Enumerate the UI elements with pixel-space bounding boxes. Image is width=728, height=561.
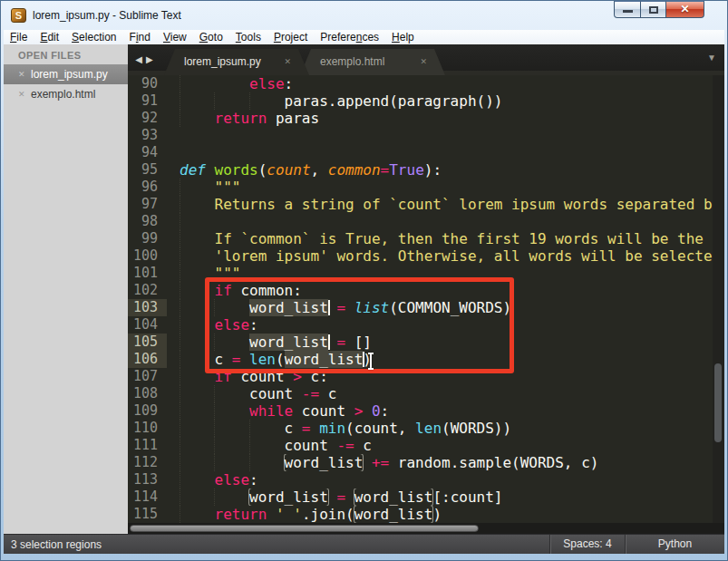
code-token [311, 420, 320, 437]
code-line-100[interactable]: 100 'lorem ipsum' words. Otherwise, all … [128, 247, 724, 265]
menu-file[interactable]: File [4, 30, 34, 44]
indent-guide [180, 110, 180, 127]
menu-project[interactable]: Project [267, 30, 314, 44]
line-number[interactable]: 113 [128, 471, 158, 488]
maximize-button[interactable] [641, 1, 666, 18]
line-number[interactable]: 104 [128, 316, 158, 334]
code-token: ): [424, 161, 442, 179]
line-number[interactable]: 108 [128, 385, 158, 402]
code-token: """ [215, 179, 241, 196]
sidebar-file-lorem_ipsum.py[interactable]: ✕lorem_ipsum.py [4, 64, 128, 84]
line-number[interactable]: 102 [128, 282, 158, 299]
code-line-90[interactable]: 90 else: [128, 75, 724, 92]
close-button[interactable]: ✕ [666, 1, 704, 18]
code-line-112[interactable]: 112 word_list += random.sample(WORDS, c) [128, 454, 724, 471]
code-line-98[interactable]: 98 [128, 213, 724, 230]
tab-exemplo.html[interactable]: exemplo.html✕ [300, 49, 445, 75]
tab-scroll-right-icon[interactable]: ▶ [146, 54, 157, 64]
line-number[interactable]: 97 [128, 196, 158, 213]
line-number[interactable]: 105 [128, 334, 158, 351]
code-line-95[interactable]: 95def words(count, common=True): [128, 161, 724, 179]
code-line-99[interactable]: 99 If `common` is True, then the first 1… [128, 230, 724, 247]
line-number[interactable]: 106 [128, 351, 158, 368]
menu-find[interactable]: Find [123, 30, 157, 44]
line-number[interactable]: 100 [128, 247, 158, 265]
line-number[interactable]: 94 [128, 144, 158, 161]
minimize-button[interactable] [614, 1, 641, 18]
line-number[interactable]: 107 [128, 368, 158, 385]
vertical-scrollbar[interactable] [713, 75, 724, 523]
code-line-113[interactable]: 113 else: [128, 471, 724, 488]
code-line-108[interactable]: 108 count -= c [128, 385, 724, 402]
indent-settings[interactable]: Spaces: 4 [549, 535, 625, 554]
code-token: count [180, 385, 302, 402]
selection-status: 3 selection regions [4, 538, 102, 551]
indent-guide [180, 351, 180, 368]
line-number[interactable]: 103 [128, 299, 158, 316]
tab-close-icon[interactable]: ✕ [420, 49, 427, 75]
line-number[interactable]: 91 [128, 92, 158, 110]
line-number[interactable]: 114 [128, 488, 158, 506]
line-number[interactable]: 90 [128, 75, 158, 92]
horizontal-scrollbar[interactable] [128, 523, 724, 534]
syntax-selector[interactable]: Python [625, 535, 724, 554]
code-line-92[interactable]: 92 return paras [128, 110, 724, 127]
indent-guide [180, 385, 180, 402]
horizontal-scrollbar-thumb[interactable] [130, 525, 479, 532]
code-line-114[interactable]: 114 word_list = word_list[:count] [128, 488, 724, 506]
code-line-93[interactable]: 93 [128, 127, 724, 144]
line-number[interactable]: 92 [128, 110, 158, 127]
sidebar-file-exemplo.html[interactable]: ✕exemplo.html [4, 84, 128, 104]
code-token [328, 488, 337, 506]
menu-tools[interactable]: Tools [229, 30, 267, 44]
line-number[interactable]: 98 [128, 213, 158, 230]
menu-edit[interactable]: Edit [34, 30, 65, 44]
menu-goto[interactable]: Goto [193, 30, 229, 44]
code-token: Returns a string of `count` lorem ipsum … [215, 196, 724, 213]
indent-guide [249, 420, 250, 437]
indent-guide [180, 92, 180, 110]
code-line-91[interactable]: 91 paras.append(paragraph()) [128, 92, 724, 110]
line-number[interactable]: 115 [128, 506, 158, 523]
line-number[interactable]: 111 [128, 437, 158, 454]
code-line-110[interactable]: 110 c = min(count, len(WORDS)) [128, 420, 724, 437]
code-line-94[interactable]: 94 [128, 144, 724, 161]
menu-view[interactable]: View [157, 30, 193, 44]
indent-guide [249, 437, 250, 454]
file-close-icon[interactable]: ✕ [18, 70, 31, 79]
file-close-icon[interactable]: ✕ [18, 90, 31, 99]
code-line-111[interactable]: 111 count -= c [128, 437, 724, 454]
code-token: -= [302, 385, 319, 402]
app-window: S lorem_ipsum.py - Sublime Text ✕ FileEd… [0, 0, 728, 561]
vertical-scrollbar-thumb[interactable] [714, 363, 722, 442]
line-number[interactable]: 99 [128, 230, 158, 247]
line-number[interactable]: 96 [128, 179, 158, 196]
menu-selection[interactable]: Selection [65, 30, 122, 44]
code-token: 'lorem ipsum' words. Otherwise, all word… [215, 247, 724, 265]
line-number[interactable]: 93 [128, 127, 158, 144]
indent-guide [214, 454, 215, 471]
code-token [180, 110, 215, 127]
indent-guide [180, 488, 180, 506]
tab-close-icon[interactable]: ✕ [284, 49, 291, 75]
menu-help[interactable]: Help [385, 30, 421, 44]
tab-scroll-left-icon[interactable]: ◀ [135, 54, 146, 64]
code-line-96[interactable]: 96 """ [128, 179, 724, 196]
indent-guide [180, 196, 180, 213]
code-line-115[interactable]: 115 return ' '.join(word_list) [128, 506, 724, 523]
code-token [180, 506, 215, 523]
line-number[interactable]: 109 [128, 402, 158, 420]
code-line-97[interactable]: 97 Returns a string of `count` lorem ips… [128, 196, 724, 213]
line-number[interactable]: 95 [128, 161, 158, 179]
code-line-109[interactable]: 109 while count > 0: [128, 402, 724, 420]
code-token: len [415, 420, 442, 437]
indent-guide [214, 420, 215, 437]
line-number[interactable]: 112 [128, 454, 158, 471]
line-number[interactable]: 101 [128, 265, 158, 282]
tab-overflow-icon[interactable]: ▼ [707, 53, 716, 63]
code-token: If `common` is True, then the first 19 w… [215, 230, 724, 247]
menu-preferences[interactable]: Preferences [314, 30, 385, 44]
match-outline-word: word_list [249, 488, 328, 506]
line-number[interactable]: 110 [128, 420, 158, 437]
tab-lorem_ipsum.py[interactable]: lorem_ipsum.py✕ [164, 49, 309, 75]
